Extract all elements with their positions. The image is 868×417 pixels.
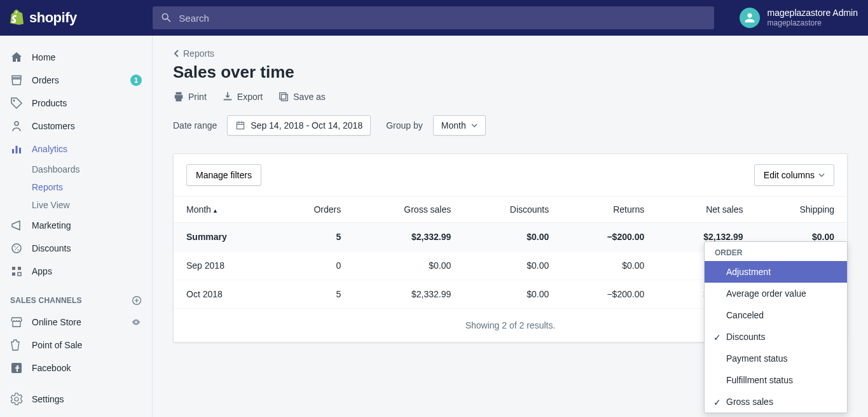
- apps-icon: [10, 265, 23, 278]
- sidebar-channel-online-store[interactable]: Online Store: [0, 311, 152, 334]
- discounts-icon: [10, 242, 23, 255]
- chevron-down-icon: [818, 173, 825, 177]
- sidebar-sub-dashboards[interactable]: Dashboards: [0, 160, 152, 178]
- edit-columns-button[interactable]: Edit columns: [754, 164, 834, 186]
- brand-text: shopify: [29, 10, 77, 26]
- gear-icon: [10, 393, 23, 406]
- sidebar: Home Orders 1 Products Customers Analyti…: [0, 36, 153, 417]
- column-header[interactable]: Month▲: [174, 197, 274, 223]
- search-bar[interactable]: [153, 6, 714, 29]
- products-icon: [10, 97, 23, 110]
- sidebar-sub-liveview[interactable]: Live View: [0, 196, 152, 214]
- svg-rect-3: [16, 146, 18, 153]
- svg-point-0: [13, 100, 15, 102]
- saveas-icon: [278, 91, 289, 102]
- facebook-icon: [10, 362, 23, 374]
- orders-icon: [10, 74, 23, 87]
- date-range-select[interactable]: Sep 14, 2018 - Oct 14, 2018: [227, 115, 371, 136]
- shopify-logo-icon: [10, 10, 25, 26]
- page-title: Sales over time: [173, 62, 848, 82]
- svg-rect-2: [12, 149, 14, 153]
- svg-rect-13: [282, 94, 288, 101]
- home-icon: [10, 51, 23, 64]
- sidebar-item-products[interactable]: Products: [0, 92, 152, 115]
- sidebar-item-orders[interactable]: Orders 1: [0, 69, 152, 92]
- svg-rect-9: [18, 272, 21, 276]
- sidebar-channel-pos[interactable]: Point of Sale: [0, 334, 152, 357]
- sidebar-channel-facebook[interactable]: Facebook: [0, 357, 152, 379]
- store-name: mageplazastore: [768, 18, 858, 27]
- breadcrumb[interactable]: Reports: [173, 48, 848, 59]
- topbar: shopify mageplazastore Admin mageplazast…: [0, 0, 868, 36]
- export-icon: [222, 91, 233, 102]
- sidebar-sub-reports[interactable]: Reports: [0, 178, 152, 196]
- print-icon: [173, 91, 184, 102]
- eye-icon[interactable]: [130, 316, 142, 328]
- search-icon: [160, 11, 172, 24]
- saveas-button[interactable]: Save as: [278, 91, 326, 102]
- dropdown-item[interactable]: Canceled: [705, 304, 847, 326]
- dropdown-item[interactable]: ✓Discounts: [705, 326, 847, 348]
- print-button[interactable]: Print: [173, 91, 207, 102]
- chevron-left-icon: [173, 49, 179, 58]
- svg-point-1: [15, 122, 18, 125]
- export-button[interactable]: Export: [222, 91, 263, 102]
- svg-rect-6: [12, 267, 15, 270]
- dropdown-header: ORDER: [705, 242, 847, 261]
- sidebar-item-customers[interactable]: Customers: [0, 115, 152, 138]
- dropdown-item[interactable]: ✓Gross sales: [705, 391, 847, 413]
- dropdown-item[interactable]: Average order value: [705, 283, 847, 304]
- search-input[interactable]: [179, 13, 706, 24]
- customers-icon: [10, 120, 23, 132]
- column-header[interactable]: Shipping: [756, 197, 848, 223]
- column-header[interactable]: Gross sales: [354, 197, 464, 223]
- sidebar-item-discounts[interactable]: Discounts: [0, 237, 152, 260]
- column-header[interactable]: Orders: [274, 197, 354, 223]
- groupby-select[interactable]: Month: [433, 115, 486, 136]
- svg-rect-8: [12, 272, 15, 276]
- sidebar-item-apps[interactable]: Apps: [0, 260, 152, 283]
- edit-columns-dropdown: ORDER AdjustmentAverage order valueCance…: [704, 241, 848, 413]
- marketing-icon: [10, 219, 23, 232]
- channels-header: SALES CHANNELS: [0, 283, 152, 311]
- user-menu[interactable]: mageplazastore Admin mageplazastore: [740, 8, 858, 28]
- logo: shopify: [10, 10, 153, 26]
- dropdown-item[interactable]: Adjustment: [705, 261, 847, 283]
- sidebar-item-settings[interactable]: Settings: [0, 388, 153, 411]
- svg-rect-12: [280, 93, 286, 99]
- svg-rect-4: [19, 148, 21, 153]
- avatar: [740, 8, 760, 28]
- svg-rect-7: [18, 267, 21, 270]
- store-icon: [10, 316, 23, 329]
- user-name: mageplazastore Admin: [768, 8, 858, 18]
- sidebar-item-home[interactable]: Home: [0, 46, 152, 69]
- chevron-down-icon: [471, 124, 478, 127]
- manage-filters-button[interactable]: Manage filters: [186, 164, 261, 186]
- main-content: Reports Sales over time Print Export Sav…: [153, 36, 868, 417]
- dropdown-item[interactable]: Fulfillment status: [705, 369, 847, 391]
- svg-rect-14: [237, 122, 244, 129]
- column-header[interactable]: Net sales: [657, 197, 755, 223]
- filter-row: Date range Sep 14, 2018 - Oct 14, 2018 G…: [173, 115, 848, 136]
- column-header[interactable]: Returns: [561, 197, 657, 223]
- sidebar-item-analytics[interactable]: Analytics: [0, 138, 152, 160]
- column-header[interactable]: Discounts: [464, 197, 561, 223]
- pos-icon: [10, 339, 23, 351]
- groupby-label: Group by: [386, 120, 423, 131]
- orders-badge: 1: [130, 74, 142, 86]
- calendar-icon: [235, 120, 245, 131]
- add-channel-icon[interactable]: [132, 295, 142, 306]
- analytics-icon: [10, 143, 23, 155]
- date-range-label: Date range: [173, 120, 217, 131]
- action-row: Print Export Save as: [173, 91, 848, 102]
- sidebar-item-marketing[interactable]: Marketing: [0, 214, 152, 237]
- dropdown-item[interactable]: Payment status: [705, 348, 847, 369]
